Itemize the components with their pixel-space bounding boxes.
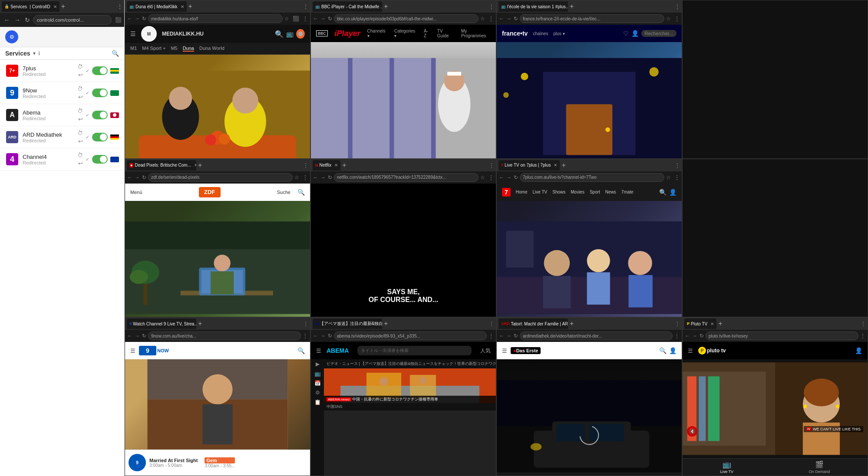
toggle-abema[interactable] (92, 111, 108, 119)
tab-7plus-close[interactable]: ✕ (554, 163, 557, 167)
hamburger-abema[interactable]: ☰ (316, 348, 321, 354)
nav-m1[interactable]: M1 (130, 46, 137, 52)
tab-zdf-close[interactable]: ✕ (194, 163, 196, 167)
more-icon-9[interactable]: ⋮ (674, 333, 680, 339)
abema-sidebar-icon1[interactable]: ▶ (316, 361, 320, 367)
mediaklikk-address[interactable]: mediaklikk.hu/duna-elo/f (148, 14, 283, 23)
zdf-search[interactable]: Suche (277, 190, 290, 195)
services-dropdown-icon[interactable]: ▾ (33, 50, 36, 56)
iplayer-more-icon[interactable]: ⋮ (489, 3, 494, 10)
more-icon-5[interactable]: ⋮ (488, 174, 494, 181)
tab-add-iplayer[interactable]: + (382, 3, 389, 10)
fwd-icon-9[interactable]: → (506, 333, 512, 339)
abema-sidebar-icon5[interactable]: 📋 (314, 399, 321, 405)
mute-button[interactable]: 🔇 (687, 426, 697, 437)
back-icon-9[interactable]: ← (498, 333, 505, 339)
fwd-icon-5[interactable]: → (320, 174, 326, 181)
redirect-icon-ard[interactable]: ↩ (78, 138, 83, 144)
toggle-channel4[interactable] (92, 155, 108, 164)
nav-m5[interactable]: M5 (171, 46, 177, 52)
tab-netflix-close[interactable]: ✕ (334, 163, 338, 167)
hamburger-pluto[interactable]: ☰ (688, 348, 693, 354)
star-icon-4[interactable]: ☆ (294, 174, 300, 181)
services-search-icon[interactable]: 🔍 (112, 50, 119, 57)
tab-iplayer[interactable]: 📺 BBC iPlayer - Call the Midwife ... ✕ (313, 1, 382, 12)
7plus-user-icon[interactable]: 👤 (669, 189, 677, 196)
reload-button[interactable]: ↻ (23, 16, 31, 23)
nav-channels[interactable]: Channels ▾ (367, 29, 387, 38)
nav-tvguide[interactable]: TV Guide (437, 29, 454, 38)
redirect-icon-9now[interactable]: ↩ (78, 94, 83, 100)
star-icon-5[interactable]: ☆ (480, 174, 485, 181)
hamburger-ard[interactable]: ☰ (502, 348, 507, 354)
fwd-icon-8[interactable]: → (320, 333, 326, 339)
check-icon-abema[interactable]: ✓ (86, 112, 89, 118)
clock-icon-abema[interactable]: ⏱ (77, 108, 83, 114)
reload-icon-8[interactable]: ↻ (327, 333, 333, 339)
back-button[interactable]: ← (3, 16, 11, 23)
zdf-menu[interactable]: Menü (130, 190, 142, 195)
tab-close-icon[interactable]: ✕ (53, 4, 57, 9)
tab-add-abema[interactable]: + (382, 320, 389, 328)
sevenplus-address[interactable]: 7plus.com.au/live-tv?channel-id=7Two (520, 173, 664, 182)
back-icon-8[interactable]: ← (313, 333, 319, 339)
tab-add-pluto[interactable]: + (716, 320, 724, 328)
nav-az[interactable]: A-Z (424, 29, 430, 38)
record-icon[interactable]: ⏺ (296, 29, 305, 39)
tab-francetv[interactable]: 📺 l'école de la vie saison 1 #plus... ✕ (498, 1, 568, 12)
more-icon-7[interactable]: ⋮ (302, 333, 308, 339)
reload-icon-3[interactable]: ↻ (513, 16, 518, 22)
fwd-icon[interactable]: → (134, 16, 140, 22)
hamburger-9now[interactable]: ☰ (130, 348, 135, 354)
tab-ard[interactable]: ARD Tatort: Macht der Familie | ARD ... … (498, 318, 568, 329)
tab-zdf[interactable]: ● Dead Pixels: Britische Com... ✕ (127, 160, 196, 171)
pluto-ondemand-btn[interactable]: 🎬 On Demand (809, 460, 830, 474)
clock-icon-ard[interactable]: ⏱ (77, 130, 83, 136)
9now-address[interactable]: 9now.com.au/live/cha... (148, 332, 301, 340)
heart-icon[interactable]: ♡ (623, 30, 629, 37)
more-icon-3[interactable]: ⋮ (674, 16, 680, 22)
search-icon[interactable]: 🔍 (275, 30, 284, 38)
back-icon-6[interactable]: ← (498, 174, 505, 181)
star-icon-2[interactable]: ☆ (480, 16, 485, 22)
back-icon-10[interactable]: ← (684, 333, 690, 339)
clock-icon-7plus[interactable]: ⏱ (77, 63, 83, 70)
fwd-icon-6[interactable]: → (506, 174, 512, 181)
redirect-icon-abema[interactable]: ↩ (78, 116, 83, 122)
check-icon-channel4[interactable]: ✓ (86, 157, 89, 162)
tab-7plus[interactable]: 7 Live TV on 7plus | 7plus ✕ (498, 160, 560, 171)
check-icon-9now[interactable]: ✓ (86, 90, 89, 96)
hamburger-icon[interactable]: ☰ (130, 30, 136, 37)
iplayer-address[interactable]: bbc.co.uk/iplayer/episode/b03pd6bf/call-… (334, 14, 479, 23)
tab-9now[interactable]: 9 Watch Channel 9 Live TV, Strea... ✕ (127, 318, 196, 329)
nav-dunaworld[interactable]: Duna World (199, 46, 224, 52)
browser-menu-icon[interactable]: ⋮ (117, 3, 122, 10)
reload-icon-2[interactable]: ↻ (327, 16, 333, 22)
nav-livetv[interactable]: Live TV (532, 190, 547, 194)
fwd-icon-7[interactable]: → (134, 333, 140, 339)
zdf-more-icon[interactable]: ⋮ (303, 162, 308, 168)
tab-add-mediaklikk[interactable]: + (187, 3, 194, 10)
fwd-icon-3[interactable]: → (506, 16, 512, 22)
back-icon-4[interactable]: ← (127, 174, 133, 181)
star-icon-3[interactable]: ☆ (666, 16, 671, 22)
mediaklikk-nav-icon[interactable]: ⋮ (303, 3, 308, 10)
reload-icon-7[interactable]: ↻ (142, 333, 147, 339)
7plus-more-icon[interactable]: ⋮ (675, 162, 680, 168)
nav-sport[interactable]: Sport (590, 190, 600, 194)
nav-chaines[interactable]: chaînes (533, 31, 548, 36)
9now-search-icon[interactable]: 🔍 (297, 347, 305, 354)
tab-services[interactable]: 🔒 Services | ControlID ✕ (2, 1, 59, 12)
reload-icon-9[interactable]: ↻ (513, 333, 518, 339)
tab-add-netflix[interactable]: + (340, 161, 348, 169)
nav-myprogrammes[interactable]: My Programmes (461, 29, 491, 38)
reload-icon-10[interactable]: ↻ (699, 333, 704, 339)
extensions-icon[interactable]: ⬛ (115, 17, 122, 23)
pluto-more-icon[interactable]: ⋮ (861, 321, 866, 327)
abema-sidebar-icon4[interactable]: ⚙ (315, 390, 320, 396)
tab-add-francetv[interactable]: + (568, 3, 575, 10)
check-icon-7plus[interactable]: ✓ (86, 68, 89, 74)
reload-icon[interactable]: ↻ (142, 16, 147, 22)
nav-home[interactable]: Home (516, 190, 528, 194)
ext-icon[interactable]: ⬛ (292, 16, 300, 22)
